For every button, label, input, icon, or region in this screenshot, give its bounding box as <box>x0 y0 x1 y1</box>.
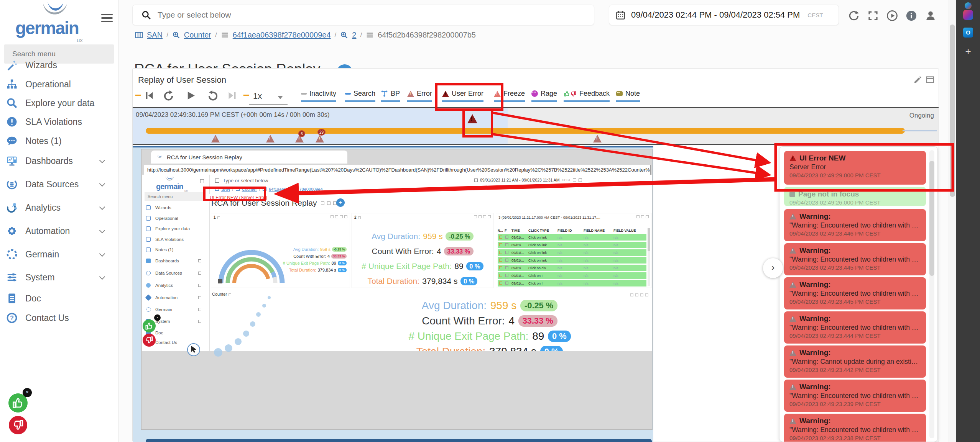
breadcrumb-current: 64f5d2b46398f298200007b5 <box>378 31 476 39</box>
sidebar-item-label: Dashboards <box>25 156 73 166</box>
table-row: 09/01/...Click on linkn/an/an/a <box>498 257 646 264</box>
sidebar-item-operational[interactable]: Operational <box>6 77 114 92</box>
replayed-browser-window: RCA for User Session Replay http://local… <box>141 149 653 430</box>
error-marker[interactable] <box>266 135 275 142</box>
dashboard-columns-icon <box>135 31 143 39</box>
main-scrollbar-thumb[interactable] <box>950 25 955 197</box>
sidebar-item-wizards[interactable]: Wizards <box>6 58 114 72</box>
sidebar-item-dashboards[interactable]: Dashboards <box>6 154 114 168</box>
replay-viewport[interactable]: RCA for User Session Replay http://local… <box>133 146 653 442</box>
logo-text: germain <box>15 18 79 38</box>
sidebar-item-label: Contact Us <box>25 313 69 323</box>
global-search[interactable] <box>132 5 594 25</box>
breadcrumb-link-san[interactable]: SAN <box>147 31 163 39</box>
error-marker[interactable] <box>211 135 220 142</box>
skip-to-start-button[interactable] <box>144 90 155 101</box>
zoom-out-button[interactable]: – <box>135 88 141 101</box>
user-error-marker[interactable] <box>467 114 477 123</box>
panel-scrollbar-thumb[interactable] <box>929 161 934 276</box>
alert-circle-icon <box>6 116 18 128</box>
notification-warning[interactable]: Warning: "Warning: Encountered two child… <box>784 277 926 309</box>
breadcrumb-link-counter[interactable]: Counter <box>184 31 211 39</box>
zoom-in-button[interactable]: – <box>243 88 250 101</box>
replayed-counter-label: Counter <box>212 292 231 296</box>
fullscreen-button[interactable] <box>867 10 879 21</box>
step-back-button[interactable] <box>163 90 174 101</box>
speed-caret-icon[interactable] <box>278 96 283 99</box>
playback-speed-select[interactable]: 1x <box>253 91 262 101</box>
thumbs-icon <box>564 90 577 98</box>
sidebar-item-notes[interactable]: Notes (1) <box>6 134 114 148</box>
outlook-icon[interactable]: O <box>963 28 973 38</box>
panel-collapse-button[interactable]: › <box>763 258 783 278</box>
replay-timeline[interactable]: 09/04/2023 02:49:30.169 PM CEST (+00h 00… <box>133 107 939 145</box>
step-forward-button[interactable] <box>207 90 219 101</box>
calendar-icon <box>615 10 626 20</box>
sidebar-item-doc[interactable]: Doc <box>6 291 114 306</box>
app-window: germain ux Wizards Operational Explore y… <box>0 0 980 442</box>
notification-warning[interactable]: Warning: "Warning: Encountered two child… <box>784 414 926 442</box>
new-tab-icon[interactable]: + <box>964 47 973 56</box>
breadcrumb-link-2[interactable]: 2 <box>352 31 356 39</box>
legend-note[interactable]: Note <box>616 90 640 102</box>
sidebar-item-system[interactable]: System <box>6 270 114 285</box>
notification-warning[interactable]: Warning: "Warning: Encountered two child… <box>784 209 926 241</box>
feedback-dismiss-button[interactable]: × <box>23 388 32 397</box>
sidebar-item-data-sources[interactable]: Data Sources <box>6 177 114 192</box>
notification-ui-error[interactable]: UI Error NEW Server Error 09/04/2023 02:… <box>784 151 926 185</box>
sidebar-item-explore[interactable]: Explore your data <box>6 96 114 110</box>
sidebar-item-sla-violations[interactable]: SLA Violations <box>6 115 114 129</box>
sidebar-item-analytics[interactable]: Analytics <box>6 200 114 215</box>
play-circle-button[interactable] <box>886 10 898 21</box>
legend-freeze[interactable]: Freeze <box>494 90 525 102</box>
help-icon: ? <box>6 312 18 324</box>
microsoft-365-icon[interactable] <box>963 10 973 20</box>
error-count-badge[interactable]: 6 <box>298 130 305 137</box>
refresh-button[interactable] <box>848 10 860 21</box>
data-source-icon <box>6 178 18 190</box>
browser-extension-icon[interactable] <box>965 2 972 9</box>
legend-rage[interactable]: Rage <box>531 90 557 102</box>
replayed-page-title: RCA for User Session Replay <box>211 198 317 208</box>
sidebar-item-automation[interactable]: Automation <box>6 224 114 238</box>
error-marker[interactable] <box>316 135 324 142</box>
replayed-table-panel: 3 (09/01/2023 11:21:17.000 AM CEST - 09/… <box>496 213 651 288</box>
error-count-badge[interactable]: 29 <box>317 129 326 136</box>
menu-toggle-icon[interactable] <box>101 14 113 24</box>
play-button[interactable] <box>185 90 197 101</box>
search-icon <box>6 97 18 109</box>
legend-search[interactable]: Search <box>345 90 375 102</box>
feedback-thumbs-down-button[interactable] <box>9 416 27 434</box>
legend-inactivity[interactable]: Inactivity <box>301 90 336 102</box>
legend-error[interactable]: Error <box>407 90 432 102</box>
table-row: 09/01/...Click on linkn/an/an/a <box>498 249 646 256</box>
replay-card-title: Replay of User Session <box>138 75 226 85</box>
notification-page-focus[interactable]: Page not in focus 09/04/2023 02:49:26.00… <box>784 187 926 206</box>
legend-feedback[interactable]: Feedback <box>564 90 610 102</box>
info-button[interactable] <box>906 10 917 21</box>
notification-warning[interactable]: Warning: "Warning: Encountered two child… <box>784 380 926 412</box>
notification-warning[interactable]: Warning: "Warning: Encountered two child… <box>784 311 926 344</box>
legend-bp[interactable]: BP <box>381 90 400 102</box>
date-range-picker[interactable]: 09/04/2023 02:44 PM - 09/04/2023 02:54 P… <box>609 5 839 25</box>
global-search-input[interactable] <box>158 10 541 20</box>
breadcrumb-link-session[interactable]: 64f1aea06398f278e00009e4 <box>233 31 331 39</box>
error-marker[interactable] <box>593 135 602 142</box>
breadcrumb: SAN/ Counter/ 64f1aea06398f278e00009e4/ … <box>135 31 476 39</box>
popout-icon[interactable] <box>926 75 935 84</box>
chevron-down-icon <box>99 250 105 257</box>
timeline-progress-bar[interactable] <box>146 128 905 134</box>
notification-warning[interactable]: Warning: "Warning: Encountered two child… <box>784 243 926 275</box>
sidebar-item-contact-us[interactable]: ? Contact Us <box>6 311 114 325</box>
notification-warning[interactable]: Warning: "Warning: Cannot update during … <box>784 345 926 378</box>
user-profile-button[interactable] <box>925 10 936 21</box>
sidebar-item-label: Data Sources <box>25 179 79 190</box>
date-range-value: 09/04/2023 02:44 PM - 09/04/2023 02:54 P… <box>631 10 800 20</box>
timeline-remaining-region[interactable] <box>508 108 939 144</box>
legend-user-error[interactable]: User Error <box>442 90 483 102</box>
skip-to-end-button[interactable] <box>227 90 237 101</box>
dashboard-icon <box>6 155 18 167</box>
replayed-breadcrumb: SAN/ Counter/ 64f1aea06398f278e00009e4 <box>215 187 323 192</box>
sidebar-item-germain[interactable]: Germain <box>6 247 114 262</box>
edit-icon[interactable] <box>913 75 922 84</box>
